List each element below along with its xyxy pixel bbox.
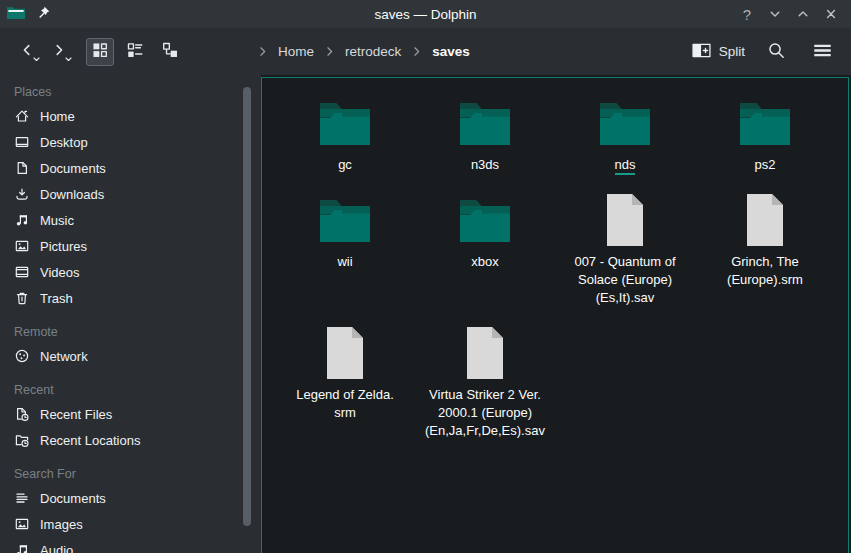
file-icon <box>602 192 648 248</box>
sidebar-item-label: Videos <box>40 265 80 280</box>
help-button[interactable]: ? <box>735 3 759 25</box>
file-item-virtua-striker-2-ver-2000-1-europe-en-ja-fr-de-es-sav[interactable]: Virtua Striker 2 Ver. 2000.1 (Europe) (E… <box>415 325 555 440</box>
details-view-button[interactable] <box>121 38 149 66</box>
sidebar-item-label: Recent Locations <box>40 433 140 448</box>
item-label: n3ds <box>471 157 499 172</box>
network-icon <box>14 348 30 364</box>
maximize-button[interactable] <box>791 3 815 25</box>
item-label: 007 - Quantum of Solace (Europe) (Es,It)… <box>574 254 675 305</box>
folder-icon <box>317 197 373 243</box>
download-icon <box>14 186 30 202</box>
desktop-icon <box>14 134 30 150</box>
file-icon <box>322 325 368 381</box>
doc-icon <box>14 160 30 176</box>
item-label: wii <box>337 254 352 269</box>
sidebar-item-label: Audio <box>40 543 73 553</box>
breadcrumb-item-saves[interactable]: saves <box>432 44 470 59</box>
breadcrumb-item-retrodeck[interactable]: retrodeck <box>345 44 401 59</box>
dolphin-window: saves — Dolphin ? Homeretrodecksaves <box>0 0 851 553</box>
sidebar-item-label: Documents <box>40 491 106 506</box>
sidebar-item-network[interactable]: Network <box>0 343 261 369</box>
menu-button[interactable] <box>807 37 837 67</box>
caret-down-icon <box>33 50 40 65</box>
item-label: Legend of Zelda. srm <box>296 387 394 420</box>
breadcrumb-item-home[interactable]: Home <box>278 44 314 59</box>
app-folder-icon[interactable] <box>6 4 26 24</box>
home-icon <box>14 108 30 124</box>
sidebar-item-documents[interactable]: Documents <box>0 155 261 181</box>
item-label: Virtua Striker 2 Ver. 2000.1 (Europe) (E… <box>425 387 545 438</box>
sidebar-section-places: Places Home Desktop Documents Downloads … <box>0 81 261 311</box>
breadcrumb-separator-icon <box>256 45 269 58</box>
folder-icon <box>457 197 513 243</box>
titlebar: saves — Dolphin ? <box>0 0 851 28</box>
sidebar-item-music[interactable]: Music <box>0 207 261 233</box>
folder-item-ps2[interactable]: ps2 <box>695 95 835 174</box>
folder-icon <box>737 100 793 146</box>
split-button-label: Split <box>719 44 745 59</box>
help-icon: ? <box>743 6 751 23</box>
sidebar-item-label: Music <box>40 213 74 228</box>
video-icon <box>14 264 30 280</box>
window-title: saves — Dolphin <box>0 7 851 22</box>
folder-item-nds[interactable]: nds <box>555 95 695 174</box>
sidebar-item-home[interactable]: Home <box>0 103 261 129</box>
sidebar-section-recent: Recent Recent Files Recent Locations <box>0 379 261 453</box>
sidebar-item-label: Trash <box>40 291 73 306</box>
sidebar-item-images[interactable]: Images <box>0 511 261 537</box>
sidebar-item-audio[interactable]: Audio <box>0 537 261 553</box>
item-label: xbox <box>471 254 498 269</box>
file-item-007-quantum-of-solace-europe-es-it-sav[interactable]: 007 - Quantum of Solace (Europe) (Es,It)… <box>555 192 695 307</box>
folder-icon <box>317 100 373 146</box>
file-icon <box>462 325 508 381</box>
breadcrumb-separator-icon <box>410 45 423 58</box>
sidebar-item-label: Pictures <box>40 239 87 254</box>
forward-button[interactable] <box>44 37 74 67</box>
sidebar-item-label: Documents <box>40 161 106 176</box>
sidebar-item-documents[interactable]: Documents <box>0 485 261 511</box>
sidebar-item-label: Home <box>40 109 75 124</box>
item-label: Grinch, The (Europe).srm <box>727 254 803 287</box>
folder-icon <box>597 100 653 146</box>
sidebar-item-desktop[interactable]: Desktop <box>0 129 261 155</box>
recent-file-icon <box>14 406 30 422</box>
file-item-grinch-the-europe-srm[interactable]: Grinch, The (Europe).srm <box>695 192 835 307</box>
sidebar-item-recent-locations[interactable]: Recent Locations <box>0 427 261 453</box>
sidebar-section-title[interactable]: Places <box>0 81 261 103</box>
sidebar-item-recent-files[interactable]: Recent Files <box>0 401 261 427</box>
pin-icon[interactable] <box>36 5 51 24</box>
back-button[interactable] <box>12 37 42 67</box>
toolbar: Homeretrodecksaves Split <box>0 28 851 75</box>
file-item-legend-of-zelda-srm[interactable]: Legend of Zelda. srm <box>275 325 415 440</box>
tree-view-button[interactable] <box>156 38 184 66</box>
sidebar-section-title[interactable]: Remote <box>0 321 261 343</box>
tree-view-icon <box>161 41 179 62</box>
folder-item-xbox[interactable]: xbox <box>415 192 555 307</box>
sidebar-scrollbar[interactable] <box>243 87 251 526</box>
sidebar-item-downloads[interactable]: Downloads <box>0 181 261 207</box>
sidebar-section-title[interactable]: Recent <box>0 379 261 401</box>
music-icon <box>14 542 30 553</box>
split-button[interactable]: Split <box>692 42 745 62</box>
folder-item-wii[interactable]: wii <box>275 192 415 307</box>
item-label: ps2 <box>755 157 776 172</box>
sidebar-item-trash[interactable]: Trash <box>0 285 261 311</box>
sidebar-item-label: Network <box>40 349 88 364</box>
hamburger-menu-icon <box>813 42 832 62</box>
chevron-down-icon <box>767 6 783 22</box>
folder-item-gc[interactable]: gc <box>275 95 415 174</box>
sidebar-item-label: Downloads <box>40 187 104 202</box>
sidebar-section-title[interactable]: Search For <box>0 463 261 485</box>
folder-icon <box>457 100 513 146</box>
sidebar-item-label: Recent Files <box>40 407 112 422</box>
close-button[interactable] <box>819 3 843 25</box>
icons-view-button[interactable] <box>86 38 114 66</box>
minimize-button[interactable] <box>763 3 787 25</box>
sidebar-item-pictures[interactable]: Pictures <box>0 233 261 259</box>
music-icon <box>14 212 30 228</box>
details-view-icon <box>126 41 144 62</box>
sidebar-section-search-for: Search For Documents Images Audio <box>0 463 261 553</box>
search-button[interactable] <box>761 37 791 67</box>
folder-item-n3ds[interactable]: n3ds <box>415 95 555 174</box>
sidebar-item-videos[interactable]: Videos <box>0 259 261 285</box>
